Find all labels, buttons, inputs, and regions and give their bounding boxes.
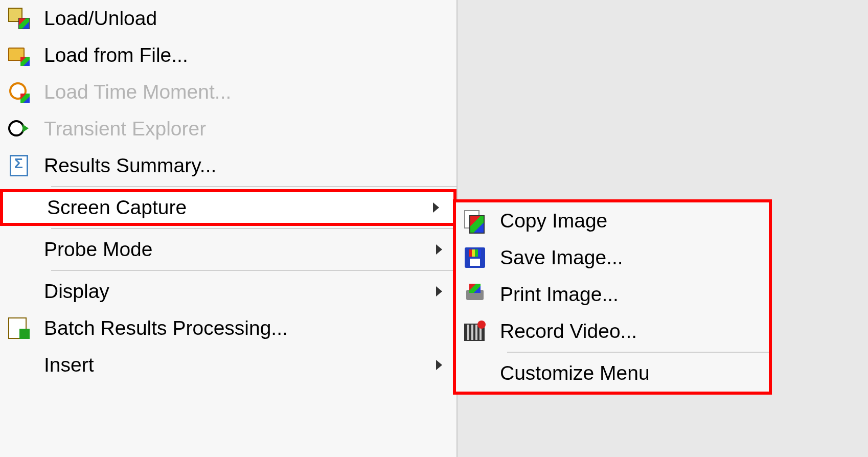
submenu-arrow-icon	[436, 286, 442, 296]
menu-item-label: Probe Mode	[44, 238, 436, 261]
save-image-icon	[459, 242, 491, 273]
menu-item-label: Transient Explorer	[44, 118, 446, 140]
submenu-copy-image[interactable]: Copy Image	[456, 202, 769, 239]
menu-insert[interactable]: Insert	[0, 347, 456, 383]
copy-image-icon	[459, 205, 491, 237]
submenu-arrow-icon	[436, 244, 442, 255]
menu-results-summary[interactable]: Results Summary...	[0, 147, 456, 184]
record-video-icon	[459, 315, 491, 347]
menu-display[interactable]: Display	[0, 273, 456, 310]
menu-item-label: Print Image...	[500, 283, 759, 306]
menu-separator	[51, 270, 456, 271]
menu-load-from-file[interactable]: Load from File...	[0, 37, 456, 74]
menu-separator	[507, 352, 769, 353]
empty-icon	[3, 276, 35, 307]
empty-icon	[6, 192, 38, 223]
menu-separator	[51, 186, 456, 187]
menu-transient-explorer: Transient Explorer	[0, 110, 456, 147]
menu-item-label: Load from File...	[44, 44, 446, 66]
batch-results-icon	[3, 312, 35, 344]
menu-item-label: Screen Capture	[47, 196, 433, 219]
menu-load-time-moment: Load Time Moment...	[0, 74, 456, 110]
menu-item-label: Insert	[44, 354, 436, 376]
transient-explorer-icon	[3, 113, 35, 145]
menu-item-label: Load Time Moment...	[44, 81, 446, 103]
menu-item-label: Save Image...	[500, 246, 759, 269]
empty-icon	[3, 234, 35, 265]
menu-item-label: Display	[44, 280, 436, 303]
context-menu: Load/Unload Load from File... Load Time …	[0, 0, 458, 457]
submenu-customize-menu[interactable]: Customize Menu	[456, 355, 769, 392]
load-unload-icon	[3, 3, 35, 34]
menu-item-label: Customize Menu	[500, 362, 759, 384]
submenu-save-image[interactable]: Save Image...	[456, 239, 769, 276]
load-from-file-icon	[3, 39, 35, 71]
menu-probe-mode[interactable]: Probe Mode	[0, 231, 456, 268]
menu-load-unload[interactable]: Load/Unload	[0, 0, 456, 37]
empty-icon	[3, 349, 35, 381]
menu-item-label: Batch Results Processing...	[44, 317, 446, 339]
empty-icon	[459, 357, 491, 389]
submenu-print-image[interactable]: Print Image...	[456, 276, 769, 313]
menu-item-label: Copy Image	[500, 210, 759, 232]
screen-capture-submenu: Copy Image Save Image... Print Image... …	[453, 199, 772, 395]
menu-item-label: Load/Unload	[44, 7, 446, 30]
print-image-icon	[459, 279, 491, 310]
submenu-arrow-icon	[433, 202, 439, 213]
menu-batch-results-processing[interactable]: Batch Results Processing...	[0, 310, 456, 347]
submenu-record-video[interactable]: Record Video...	[456, 313, 769, 350]
submenu-arrow-icon	[436, 360, 442, 370]
time-moment-icon	[3, 76, 35, 108]
menu-item-label: Record Video...	[500, 320, 759, 342]
menu-screen-capture[interactable]: Screen Capture	[0, 189, 456, 226]
menu-item-label: Results Summary...	[44, 154, 446, 177]
results-summary-icon	[3, 150, 35, 181]
menu-separator	[51, 228, 456, 229]
